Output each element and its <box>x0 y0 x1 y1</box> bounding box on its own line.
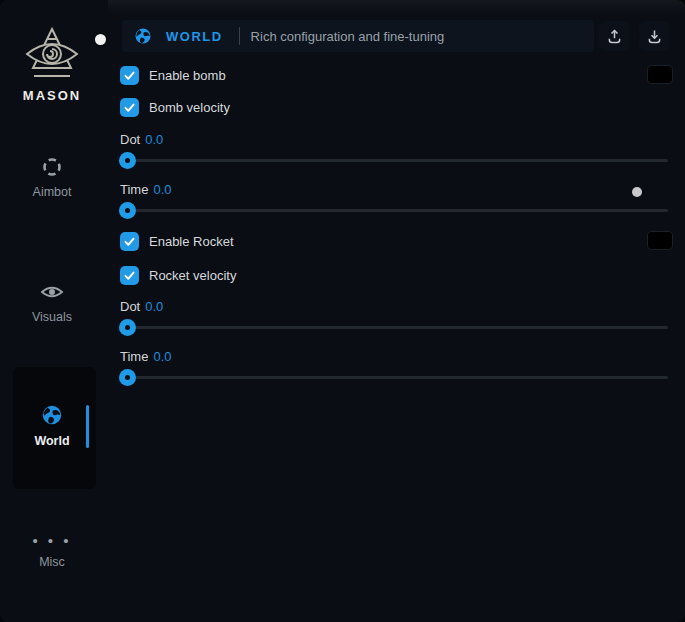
checkbox-label: Bomb velocity <box>149 100 230 115</box>
sidebar-item-label: Visuals <box>0 310 104 324</box>
checkbox-row-bomb-velocity: Bomb velocity <box>120 98 230 117</box>
upload-config-button[interactable] <box>599 21 629 51</box>
checkbox-row-enable-bomb: Enable bomb <box>120 66 226 85</box>
bomb-velocity-checkbox[interactable] <box>120 98 139 117</box>
header-divider <box>239 27 240 45</box>
brand-name: MASON <box>0 88 104 103</box>
crosshair-icon <box>41 156 63 178</box>
rocket-dot-slider[interactable] <box>120 326 668 329</box>
ellipsis-icon: • • • <box>32 530 71 552</box>
globe-icon <box>41 404 63 426</box>
sidebar-item-visuals[interactable]: Visuals <box>0 281 104 324</box>
globe-icon <box>134 27 152 45</box>
checkbox-label: Enable Rocket <box>149 234 234 249</box>
checkbox-row-enable-rocket: Enable Rocket <box>120 232 234 251</box>
download-icon <box>646 28 663 45</box>
check-icon <box>123 269 136 282</box>
checkbox-row-rocket-velocity: Rocket velocity <box>120 266 236 285</box>
slider-value: 0.0 <box>153 349 171 364</box>
slider-value: 0.0 <box>153 182 171 197</box>
sidebar-item-aimbot[interactable]: Aimbot <box>0 156 104 199</box>
upload-icon <box>606 28 623 45</box>
page-subtitle: Rich configuration and fine-tuning <box>251 29 445 44</box>
sidebar-item-world[interactable]: World <box>0 404 104 448</box>
check-icon <box>123 235 136 248</box>
bomb-time-slider[interactable] <box>120 209 668 212</box>
slider-thumb[interactable] <box>119 152 136 169</box>
slider-name: Time <box>120 349 148 364</box>
eye-icon <box>40 281 64 303</box>
sidebar-item-label: Aimbot <box>0 185 104 199</box>
slider-value: 0.0 <box>145 132 163 147</box>
slider-name: Time <box>120 182 148 197</box>
cursor-dot <box>95 34 106 45</box>
check-icon <box>123 101 136 114</box>
slider-name: Dot <box>120 299 140 314</box>
sidebar-item-label: World <box>0 434 104 448</box>
bomb-color-swatch[interactable] <box>647 65 673 84</box>
slider-thumb[interactable] <box>119 369 136 386</box>
slider-name: Dot <box>120 132 140 147</box>
slider-thumb[interactable] <box>119 202 136 219</box>
page-header: WORLD Rich configuration and fine-tuning <box>122 20 594 52</box>
download-config-button[interactable] <box>639 21 669 51</box>
page-title: WORLD <box>166 29 223 44</box>
rocket-time-slider[interactable] <box>120 376 668 379</box>
slider-value: 0.0 <box>145 299 163 314</box>
brand-logo: MASON <box>0 24 104 103</box>
slider-label: Dot0.0 <box>120 299 163 314</box>
checkbox-label: Rocket velocity <box>149 268 236 283</box>
all-seeing-eye-logo-icon <box>24 24 80 82</box>
slider-label: Time0.0 <box>120 349 171 364</box>
rocket-velocity-checkbox[interactable] <box>120 266 139 285</box>
bomb-dot-slider[interactable] <box>120 159 668 162</box>
sidebar: MASON Aimbot Visuals <box>0 0 108 622</box>
cursor-dot-secondary <box>632 187 642 197</box>
sidebar-item-label: Misc <box>0 555 104 569</box>
sidebar-item-misc[interactable]: • • • Misc <box>0 530 104 569</box>
slider-label: Time0.0 <box>120 182 171 197</box>
rocket-color-swatch[interactable] <box>647 231 673 250</box>
enable-bomb-checkbox[interactable] <box>120 66 139 85</box>
slider-label: Dot0.0 <box>120 132 163 147</box>
enable-rocket-checkbox[interactable] <box>120 232 139 251</box>
check-icon <box>123 69 136 82</box>
checkbox-label: Enable bomb <box>149 68 226 83</box>
app-window: MASON Aimbot Visuals <box>0 0 685 622</box>
slider-thumb[interactable] <box>119 319 136 336</box>
